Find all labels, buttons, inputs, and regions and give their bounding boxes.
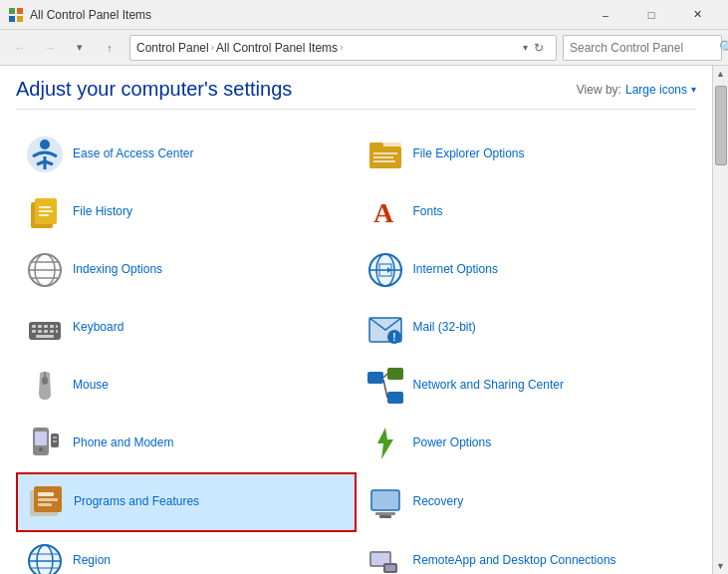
items-grid: Ease of Access Center File Explorer Opti…: [16, 126, 696, 574]
scroll-thumb[interactable]: [715, 86, 727, 165]
mouse-icon: [25, 366, 65, 406]
programs-features-label: Programs and Features: [74, 494, 199, 510]
svg-rect-65: [371, 490, 399, 510]
refresh-button[interactable]: ↻: [528, 37, 550, 59]
svg-rect-11: [369, 143, 383, 148]
svg-rect-49: [367, 372, 383, 384]
mail-icon: !: [365, 308, 405, 348]
navigation-bar: ← → ▾ ↑ Control Panel › All Control Pane…: [0, 30, 728, 66]
svg-rect-62: [38, 492, 54, 496]
svg-line-52: [383, 374, 387, 378]
keyboard-label: Keyboard: [73, 320, 123, 336]
programs-features-icon: [26, 482, 66, 522]
svg-rect-35: [50, 325, 54, 328]
svg-rect-51: [387, 392, 403, 404]
ease-of-access-label: Ease of Access Center: [73, 146, 193, 162]
file-explorer-options-label: File Explorer Options: [413, 146, 525, 162]
item-network-sharing[interactable]: Network and Sharing Center: [357, 357, 697, 415]
item-ease-of-access[interactable]: Ease of Access Center: [16, 126, 357, 183]
search-input[interactable]: [570, 41, 719, 55]
item-keyboard[interactable]: Keyboard: [16, 299, 357, 357]
scroll-down-arrow[interactable]: ▼: [713, 558, 729, 574]
svg-rect-50: [387, 368, 403, 380]
item-remoteapp[interactable]: RemoteApp and Desktop Connections: [357, 532, 697, 574]
address-bar[interactable]: Control Panel › All Control Panel Items …: [129, 35, 557, 61]
item-programs-features[interactable]: Programs and Features: [16, 472, 357, 532]
main-panel: Adjust your computer's settings View by:…: [0, 66, 712, 574]
keyboard-icon: [25, 308, 65, 348]
back-button[interactable]: ←: [6, 35, 34, 61]
network-sharing-label: Network and Sharing Center: [413, 378, 564, 394]
phone-modem-icon: [25, 424, 65, 463]
svg-rect-14: [373, 160, 395, 162]
breadcrumb-control-panel[interactable]: Control Panel: [136, 41, 209, 55]
svg-point-5: [40, 140, 50, 149]
svg-rect-3: [17, 16, 23, 22]
internet-options-icon: [365, 250, 405, 290]
maximize-button[interactable]: □: [628, 0, 674, 30]
svg-rect-63: [38, 498, 58, 501]
svg-rect-67: [375, 512, 395, 515]
search-box[interactable]: 🔍: [563, 35, 722, 61]
recovery-icon: [365, 482, 405, 522]
item-recovery[interactable]: Recovery: [357, 472, 697, 532]
svg-rect-19: [39, 214, 49, 216]
svg-rect-13: [373, 156, 393, 158]
view-by-label: View by:: [577, 83, 621, 97]
indexing-options-label: Indexing Options: [73, 262, 162, 278]
up-button[interactable]: ↑: [96, 35, 123, 61]
scroll-track: [713, 82, 728, 558]
view-by-chevron-icon[interactable]: ▾: [691, 84, 696, 95]
region-label: Region: [73, 553, 111, 569]
svg-rect-40: [50, 330, 54, 333]
address-path: Control Panel › All Control Panel Items …: [136, 41, 523, 55]
content-area: Adjust your computer's settings View by:…: [0, 66, 728, 574]
svg-rect-32: [32, 325, 36, 328]
recent-locations-button[interactable]: ▾: [66, 35, 94, 61]
svg-rect-38: [38, 330, 42, 333]
header-row: Adjust your computer's settings View by:…: [16, 78, 696, 110]
view-by-value[interactable]: Large icons: [625, 83, 687, 97]
svg-rect-34: [44, 325, 48, 328]
mail-label: Mail (32-bit): [413, 320, 476, 336]
title-bar: All Control Panel Items – □ ✕: [0, 0, 728, 30]
remoteapp-icon: [365, 541, 405, 574]
scrollbar[interactable]: ▲ ▼: [712, 66, 728, 574]
view-by-control[interactable]: View by: Large icons ▾: [577, 83, 696, 97]
recovery-label: Recovery: [413, 494, 464, 510]
ease-of-access-icon: [25, 135, 65, 174]
forward-button[interactable]: →: [36, 35, 64, 61]
close-button[interactable]: ✕: [674, 0, 720, 30]
fonts-icon: A: [365, 192, 405, 232]
svg-rect-1: [17, 8, 23, 14]
scroll-up-arrow[interactable]: ▲: [713, 66, 729, 82]
svg-rect-17: [39, 206, 51, 208]
svg-text:A: A: [373, 197, 394, 228]
power-options-label: Power Options: [413, 435, 492, 451]
item-fonts[interactable]: A Fonts: [357, 183, 697, 241]
svg-rect-55: [35, 431, 47, 445]
window-title: All Control Panel Items: [30, 8, 583, 22]
search-icon[interactable]: 🔍: [719, 40, 728, 55]
item-phone-modem[interactable]: Phone and Modem: [16, 415, 357, 472]
item-internet-options[interactable]: Internet Options: [357, 241, 697, 299]
svg-rect-2: [9, 16, 15, 22]
svg-rect-37: [32, 330, 36, 333]
item-mail[interactable]: ! Mail (32-bit): [357, 299, 697, 357]
item-indexing-options[interactable]: Indexing Options: [16, 241, 357, 299]
region-icon: [25, 541, 65, 574]
svg-rect-58: [53, 436, 57, 438]
svg-rect-59: [53, 440, 57, 442]
file-history-icon: [25, 192, 65, 232]
svg-rect-42: [36, 335, 54, 338]
minimize-button[interactable]: –: [583, 0, 628, 30]
item-power-options[interactable]: Power Options: [357, 415, 697, 472]
breadcrumb-all-items[interactable]: All Control Panel Items: [216, 41, 338, 55]
network-sharing-icon: [365, 366, 405, 406]
indexing-options-icon: [25, 250, 65, 290]
item-file-history[interactable]: File History: [16, 183, 357, 241]
item-mouse[interactable]: Mouse: [16, 357, 357, 415]
item-file-explorer-options[interactable]: File Explorer Options: [357, 126, 697, 183]
mouse-label: Mouse: [73, 378, 109, 394]
item-region[interactable]: Region: [16, 532, 357, 574]
